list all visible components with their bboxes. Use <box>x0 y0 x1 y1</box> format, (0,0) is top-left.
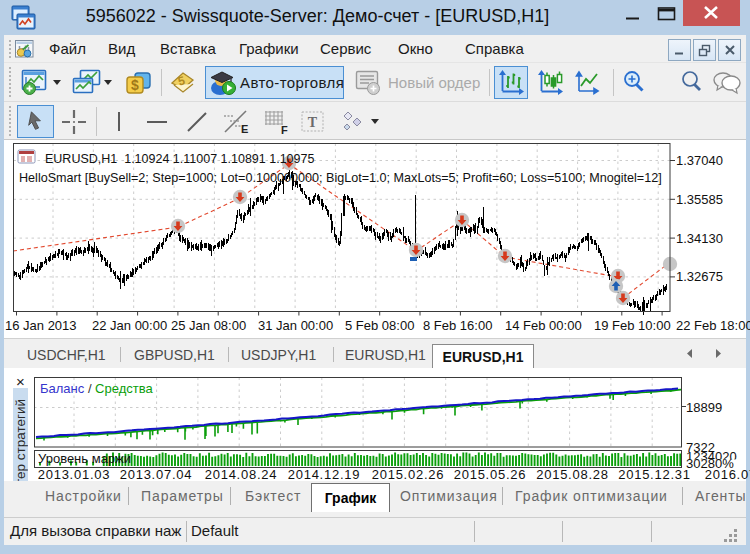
svg-text:22 Feb 18:00: 22 Feb 18:00 <box>676 318 750 333</box>
svg-text:25 Jan 08:00: 25 Jan 08:00 <box>171 318 246 333</box>
svg-text:18899: 18899 <box>686 400 722 415</box>
svg-text:22 Jan 00:00: 22 Jan 00:00 <box>92 318 167 333</box>
svg-text:2013.07.04: 2013.07.04 <box>120 467 193 482</box>
svg-text:2014.12.19: 2014.12.19 <box>288 467 361 482</box>
svg-text:EURUSD,H1 1.10924 1.11007 1.1: EURUSD,H1 1.10924 1.11007 1.10891 1.1097… <box>45 152 314 166</box>
svg-text:31 Jan 00:00: 31 Jan 00:00 <box>258 318 333 333</box>
svg-text:1.32675: 1.32675 <box>676 269 723 284</box>
svg-text:2015.12.31: 2015.12.31 <box>618 467 691 482</box>
svg-text:2015.08.28: 2015.08.28 <box>536 467 609 482</box>
svg-text:2015.05.26: 2015.05.26 <box>454 467 527 482</box>
svg-text:Уровень маржи: Уровень маржи <box>38 451 131 466</box>
svg-text:14 Feb 00:00: 14 Feb 00:00 <box>505 318 582 333</box>
svg-text:16 Jan 2013: 16 Jan 2013 <box>5 318 77 333</box>
svg-text:2013.01.03: 2013.01.03 <box>38 467 111 482</box>
svg-text:1.35585: 1.35585 <box>676 192 723 207</box>
svg-text:2016.07.1: 2016.07.1 <box>705 467 750 482</box>
svg-text:Баланс / Средства: Баланс / Средства <box>40 381 153 396</box>
svg-text:5 Feb 08:00: 5 Feb 08:00 <box>345 318 414 333</box>
svg-text:1.34130: 1.34130 <box>676 231 723 246</box>
svg-text:2015.02.26: 2015.02.26 <box>372 467 445 482</box>
svg-text:2014.08.24: 2014.08.24 <box>205 467 278 482</box>
svg-text:1.37040: 1.37040 <box>676 153 723 168</box>
svg-text:19 Feb 10:00: 19 Feb 10:00 <box>594 318 671 333</box>
svg-text:HelloSmart [BuySell=2; Step=10: HelloSmart [BuySell=2; Step=1000; Lot=0.… <box>19 171 662 185</box>
svg-text:8 Feb 16:00: 8 Feb 16:00 <box>423 318 492 333</box>
